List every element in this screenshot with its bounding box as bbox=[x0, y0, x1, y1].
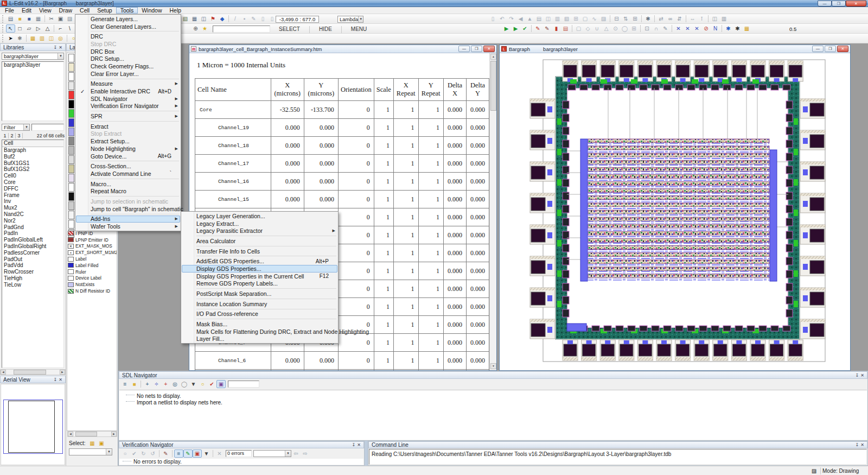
layer-view-icon[interactable]: ▥ bbox=[719, 15, 729, 23]
cell-list-item[interactable]: PadInGlobalLeft bbox=[2, 237, 63, 243]
layer-swatch[interactable] bbox=[68, 109, 74, 118]
no-snap-icon[interactable]: ⊘ bbox=[701, 24, 711, 33]
snap-x1-icon[interactable]: ✕ bbox=[674, 24, 683, 33]
swap-vertical-icon[interactable]: ⇵ bbox=[675, 15, 684, 23]
cell-list-item[interactable]: TieLow bbox=[2, 282, 63, 288]
layer-swatch[interactable] bbox=[68, 155, 74, 164]
menubar-item-edit[interactable]: Edit bbox=[18, 7, 35, 14]
child-maximize-button[interactable]: ❐ bbox=[471, 46, 482, 52]
prev-error-icon[interactable]: ⇦ bbox=[291, 449, 301, 458]
menu-item-transfer-file-info-to-cells[interactable]: Transfer File Info to Cells bbox=[182, 248, 337, 255]
title-bar[interactable]: L L-Edit v16.2 - [Bargraph bargraph3laye… bbox=[0, 0, 868, 7]
pin-icon[interactable]: ↧ bbox=[856, 442, 859, 447]
menubar-item-window[interactable]: Window bbox=[138, 7, 165, 14]
filter-tab-1[interactable]: 1 bbox=[2, 133, 9, 138]
cell-list-item[interactable]: PadInGlobalRight bbox=[2, 243, 63, 250]
draw-pointer-icon[interactable]: ➤ bbox=[6, 34, 15, 42]
menu-item-add-ins[interactable]: Add-Ins▶ bbox=[76, 216, 180, 223]
cell-browse-icon[interactable]: ▦ bbox=[28, 34, 37, 42]
minimize-button[interactable]: — bbox=[818, 1, 832, 7]
layer-swatch[interactable] bbox=[68, 174, 74, 182]
cell-list-item[interactable]: Cell0 bbox=[2, 173, 63, 179]
dropdown-icon[interactable]: ▼ bbox=[202, 449, 211, 458]
menu-item-mask-bias[interactable]: Mask Bias... bbox=[182, 320, 337, 328]
sdl-search-input[interactable] bbox=[228, 381, 259, 388]
menu-item-legacy-layer-generation[interactable]: Legacy Layer Generation... bbox=[182, 212, 337, 220]
toolbar-grip[interactable] bbox=[2, 25, 4, 33]
probe-tool-icon[interactable]: ▣ bbox=[216, 380, 226, 388]
sdl-tree-item[interactable]: No nets to display. bbox=[123, 392, 867, 399]
cell-list-item[interactable]: PadOut bbox=[2, 256, 63, 263]
star-select-icon[interactable]: ✱ bbox=[724, 24, 733, 33]
cell-list-item[interactable]: Nand2C bbox=[2, 211, 63, 218]
cut-icon[interactable]: ✂ bbox=[47, 15, 56, 23]
menu-item-extract-setup[interactable]: Extract Setup... bbox=[76, 137, 180, 145]
pin-icon[interactable]: ↧ bbox=[352, 442, 356, 447]
grid-decrease-icon[interactable]: ⊟ bbox=[612, 15, 621, 23]
cell-list-item[interactable]: BufX1GS1 bbox=[2, 160, 63, 167]
filter-dropdown-icon[interactable]: ▼ bbox=[189, 380, 198, 388]
menu-item-node-highlighting[interactable]: Node Highlighting▶ bbox=[76, 145, 180, 153]
open-file-icon[interactable]: ■ bbox=[15, 15, 24, 23]
menu-item-cross-section[interactable]: Cross-Section... bbox=[76, 162, 180, 170]
edit-in-place-icon[interactable]: ★ bbox=[200, 24, 209, 33]
menu-item-layer-fill[interactable]: Layer Fill... bbox=[182, 335, 337, 343]
menubar-item-cell[interactable]: Cell bbox=[76, 7, 93, 14]
scroll-right-icon[interactable]: ▶ bbox=[60, 370, 65, 375]
settings-gear-icon[interactable]: ✱ bbox=[643, 15, 653, 23]
layer-row[interactable]: LPNP Emitter ID bbox=[67, 237, 117, 243]
edit-marker-dark-icon[interactable]: ✎ bbox=[542, 24, 552, 33]
design-navigator-icon[interactable]: ◆ bbox=[218, 15, 227, 23]
edit-marker-red-icon[interactable]: ✎ bbox=[533, 24, 542, 33]
pin-icon[interactable]: ↧ bbox=[54, 377, 58, 382]
edit-marker-icon[interactable]: ✎ bbox=[161, 449, 170, 458]
open-netlist-icon[interactable]: ■ bbox=[130, 380, 139, 388]
select-button[interactable]: SELECT bbox=[271, 25, 308, 34]
menu-item-measure[interactable]: Measure▶ bbox=[76, 80, 180, 88]
close-icon[interactable]: ✕ bbox=[59, 377, 62, 382]
filter-tab-2[interactable]: 2 bbox=[9, 133, 16, 138]
filter-tab-3[interactable]: 3 bbox=[16, 133, 23, 138]
layer-pattern-icon[interactable]: ▪ bbox=[68, 250, 74, 255]
snap-x3-icon[interactable]: ✕ bbox=[692, 24, 701, 33]
cell-list-header[interactable]: Cell bbox=[2, 140, 63, 147]
hide-button[interactable]: HIDE bbox=[311, 25, 340, 34]
place-box-icon[interactable]: ⊡ bbox=[642, 24, 652, 33]
command-line-log[interactable]: Reading C:\Users\tnagesh\Documents\Tanne… bbox=[369, 449, 867, 465]
add-net-icon[interactable]: + bbox=[161, 380, 170, 388]
hint-bulb-icon[interactable]: ○ bbox=[198, 380, 207, 388]
library-combo[interactable]: bargraph3layer ▼ bbox=[2, 53, 64, 60]
cell-list-item[interactable]: Nor2 bbox=[2, 218, 63, 224]
menu-item-i-o-pad-cross-reference[interactable]: I/O Pad Cross-reference bbox=[182, 311, 337, 318]
instance-summary-titlebar[interactable]: ▤ bargraph3layer_cell_Bargraph_InstanceS… bbox=[189, 45, 496, 53]
layout-window-titlebar[interactable]: L Bargraph bargraph3layer — ❐ ✕ bbox=[500, 45, 850, 53]
print-icon[interactable]: ▦ bbox=[34, 15, 43, 23]
save-icon[interactable]: ■ bbox=[24, 15, 34, 23]
layer-swatch[interactable] bbox=[68, 183, 74, 192]
zoom-net-icon[interactable]: ◎ bbox=[170, 380, 180, 388]
layer-pattern-icon[interactable] bbox=[68, 276, 74, 281]
select-edit-icon[interactable]: ▣ bbox=[97, 439, 106, 447]
pin-icon[interactable]: ↧ bbox=[856, 373, 859, 378]
menu-item-wafer-tools[interactable]: Wafer Tools▶ bbox=[76, 223, 180, 230]
wire-join-icon[interactable]: ∞ bbox=[666, 15, 675, 23]
layer-pattern-icon[interactable]: ✕ bbox=[68, 244, 74, 249]
cell-arrow-icon[interactable]: ◫ bbox=[47, 34, 56, 42]
close-icon[interactable]: ✕ bbox=[860, 373, 864, 378]
child-close-button[interactable]: ✕ bbox=[483, 46, 495, 52]
layer-pattern-icon[interactable] bbox=[68, 263, 74, 268]
chevron-down-icon[interactable]: ▼ bbox=[23, 124, 29, 130]
layer-swatch[interactable] bbox=[68, 100, 74, 109]
layer-swatch[interactable] bbox=[68, 128, 74, 136]
error-flag-icon[interactable]: ⚑ bbox=[208, 15, 218, 23]
menu-item-generate-layers[interactable]: Generate Layers... bbox=[76, 15, 180, 23]
menu-item-drc-box[interactable]: DRC Box bbox=[76, 48, 180, 55]
menu-item-macro[interactable]: Macro... bbox=[76, 180, 180, 188]
cell-list-item[interactable]: RowCrosser bbox=[2, 269, 63, 275]
cell-list-item[interactable]: PadlessCorner bbox=[2, 250, 63, 256]
menu-item-clear-generated-layers[interactable]: Clear Generated Layers... bbox=[76, 23, 180, 30]
scroll-left-icon[interactable]: ◀ bbox=[1, 370, 6, 375]
menu-item-repeat-macro[interactable]: Repeat Macro bbox=[76, 187, 180, 195]
layer-swatch[interactable] bbox=[68, 211, 74, 219]
group-view-icon[interactable]: ◫ bbox=[199, 15, 208, 23]
